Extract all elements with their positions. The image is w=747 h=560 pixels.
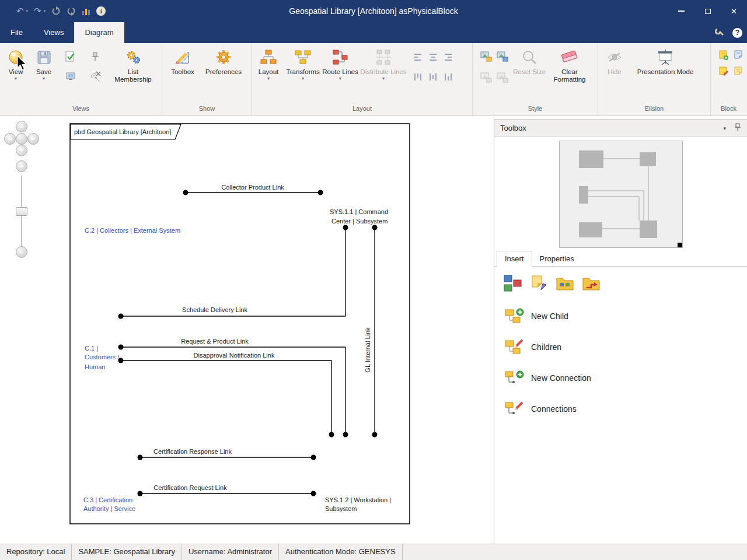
fill-style-disabled-button <box>479 68 494 87</box>
zoom-slider-handle[interactable] <box>16 207 27 216</box>
align-left-button[interactable] <box>411 48 425 66</box>
node-c2[interactable]: C.2 | Collectors | External System <box>85 227 180 234</box>
node-c3-line1[interactable]: C.3 | Certification <box>83 496 132 503</box>
minimize-button[interactable] <box>668 0 694 22</box>
insert-item-new-child[interactable]: New Child <box>494 300 747 331</box>
presentation-mode-button[interactable]: Presentation Mode <box>630 45 701 76</box>
align-top-button[interactable] <box>411 68 425 86</box>
view-button[interactable]: View ▾ <box>1 45 30 82</box>
undo-icon[interactable]: ↶ <box>16 6 24 16</box>
redo-icon[interactable]: ↷ <box>34 6 41 16</box>
pan-right-button[interactable]: ▶ <box>27 133 39 145</box>
line-style-button[interactable] <box>495 47 510 66</box>
disconnect-button[interactable] <box>86 67 104 86</box>
distribute-lines-button[interactable]: Distribute Lines ▾ <box>358 45 409 82</box>
toolbox-menu-caret-icon[interactable]: ▾ <box>723 125 726 131</box>
pan-zoom-controls: ▲ ◀ ▶ ▼ + − <box>0 116 47 268</box>
toolbox-button[interactable]: Toolbox <box>163 45 202 76</box>
reset-size-button[interactable]: Reset Size <box>512 45 546 76</box>
refresh-icon[interactable] <box>67 6 76 16</box>
structure-button[interactable] <box>502 274 522 293</box>
zoom-out-button[interactable]: − <box>16 246 27 258</box>
insert-item-children[interactable]: Children <box>494 331 747 362</box>
tab-insert[interactable]: Insert <box>497 251 532 267</box>
status-project: SAMPLE: Geospatial Library <box>72 544 181 560</box>
presentation-screen-icon <box>656 46 675 68</box>
add-note-button[interactable] <box>715 47 731 63</box>
layout-button[interactable]: Layout ▾ <box>253 45 284 82</box>
info-icon[interactable]: i <box>96 6 106 16</box>
insert-item-label: Connections <box>531 404 577 414</box>
route-lines-button[interactable]: Route Lines ▾ <box>322 45 358 82</box>
tab-diagram[interactable]: Diagram <box>74 22 124 43</box>
link-note-icon <box>733 50 744 61</box>
node-c1-line3[interactable]: Human <box>85 363 105 370</box>
sync-icon[interactable] <box>51 6 61 16</box>
relations-folder-icon <box>581 274 601 293</box>
arrow-up-icon: ▲ <box>19 124 24 129</box>
fill-style-disabled-icon <box>480 71 493 84</box>
tab-views[interactable]: Views <box>33 22 74 43</box>
node-sys12-line1[interactable]: SYS.1.2 | Workstation | <box>325 496 391 503</box>
minimize-icon <box>678 10 685 12</box>
monitor-view-button[interactable] <box>62 67 79 86</box>
node-sys11-line2[interactable]: Center | Subsystem <box>331 218 388 225</box>
align-bottom-icon <box>443 72 453 82</box>
note-button[interactable] <box>731 64 746 79</box>
node-c1-line1[interactable]: C.1 | <box>85 345 98 352</box>
pan-center-button[interactable] <box>16 133 27 145</box>
overview-handle[interactable] <box>678 243 682 247</box>
align-center-button[interactable] <box>426 48 440 66</box>
insert-item-label: New Connection <box>531 373 591 383</box>
link-note-button[interactable] <box>731 47 746 63</box>
diagram-canvas[interactable]: pbd Geospatial Library [Architoon] <box>0 116 494 544</box>
node-c1-line2[interactable]: Customers | <box>85 354 119 360</box>
arrow-down-icon: ▼ <box>19 148 24 153</box>
help-icon[interactable]: ? <box>732 28 742 38</box>
transforms-caret-icon: ▾ <box>302 76 304 82</box>
align-right-button[interactable] <box>441 48 455 66</box>
status-username: Username: Administrator <box>182 544 279 560</box>
redo-caret-icon[interactable]: ▾ <box>44 9 46 13</box>
pushpin-icon <box>89 51 101 62</box>
tools-wrench-icon[interactable] <box>715 27 725 39</box>
group-label-views: Views <box>0 105 162 116</box>
maximize-button[interactable] <box>694 0 721 22</box>
edit-note-button[interactable] <box>715 64 731 79</box>
insert-item-connections[interactable]: Connections <box>494 393 747 424</box>
report-chart-icon[interactable] <box>82 7 90 16</box>
new-entity-button[interactable] <box>529 274 549 293</box>
hide-button[interactable]: Hide <box>599 45 630 76</box>
distribute-lines-caret-icon: ▾ <box>382 76 385 82</box>
node-sys11-line1[interactable]: SYS.1.1 | Command <box>330 208 388 215</box>
node-sys12-line2[interactable]: Subsystem <box>325 505 357 512</box>
fill-style-button[interactable] <box>479 47 494 66</box>
tab-properties[interactable]: Properties <box>532 251 582 266</box>
tab-file[interactable]: File <box>0 22 33 43</box>
clear-formatting-button[interactable]: Clear Formatting <box>546 45 593 83</box>
view-caret-icon: ▾ <box>15 76 17 82</box>
preferences-button[interactable]: Preferences <box>202 45 245 76</box>
pin-view-button[interactable] <box>86 47 104 66</box>
insert-item-new-connection[interactable]: New Connection <box>494 362 747 393</box>
transforms-button[interactable]: Transforms ▾ <box>284 45 322 82</box>
close-button[interactable]: ✕ <box>721 0 747 22</box>
align-middle-button[interactable] <box>426 68 440 86</box>
entities-folder-button[interactable] <box>555 274 575 293</box>
verify-view-button[interactable] <box>62 47 79 66</box>
align-center-icon <box>428 52 438 62</box>
pan-down-button[interactable]: ▼ <box>16 145 27 156</box>
zoom-in-button[interactable]: + <box>16 160 27 172</box>
save-button[interactable]: Save ▾ <box>30 45 57 82</box>
undo-caret-icon[interactable]: ▾ <box>26 9 29 13</box>
pin-panel-icon[interactable] <box>734 123 741 134</box>
pan-up-button[interactable]: ▲ <box>16 121 27 132</box>
align-bottom-button[interactable] <box>441 68 455 86</box>
relations-folder-button[interactable] <box>581 274 601 293</box>
pan-left-button[interactable]: ◀ <box>4 133 16 145</box>
list-membership-button[interactable]: List Membership <box>109 45 158 83</box>
toolbox-panel-header[interactable]: Toolbox ▾ <box>494 119 747 137</box>
arrow-right-icon: ▶ <box>32 136 35 141</box>
node-c3-line2[interactable]: Authority | Service <box>83 505 135 512</box>
diagram-overview-thumbnail[interactable] <box>559 141 683 248</box>
